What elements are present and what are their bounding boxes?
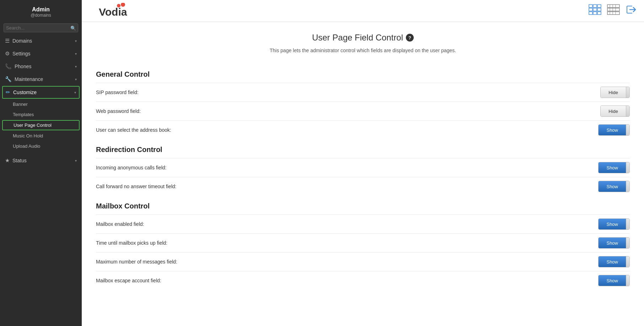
- field-label-address-book: User can select the address book:: [96, 127, 171, 133]
- hide-button-web-password[interactable]: Hide: [601, 106, 626, 116]
- field-label-max-messages: Maximum number of messages field:: [96, 259, 177, 265]
- chevron-down-icon: ▾: [74, 91, 76, 94]
- sidebar-item-user-page-control[interactable]: User Page Control: [2, 120, 80, 130]
- sidebar: Admin @domains 🔍 ☰ Domains ▾ ⚙ Settings …: [0, 0, 82, 326]
- svg-text:Vodia: Vodia: [99, 6, 127, 18]
- list-view-icon[interactable]: [607, 4, 620, 18]
- grid-view-icon[interactable]: [589, 4, 601, 18]
- field-row-mailbox-escape: Mailbox escape account field: Show: [96, 271, 630, 290]
- svg-rect-14: [607, 12, 619, 15]
- svg-rect-8: [597, 8, 601, 11]
- sidebar-item-music-on-hold[interactable]: Music On Hold: [0, 131, 82, 141]
- sidebar-item-templates[interactable]: Templates: [0, 109, 82, 120]
- field-row-sip-password: SIP password field: Hide: [96, 83, 630, 102]
- toggle-handle-mailbox-pickup[interactable]: [626, 238, 629, 248]
- field-label-mailbox-pickup: Time until mailbox picks up field:: [96, 240, 167, 246]
- svg-rect-5: [597, 5, 601, 7]
- logo-svg: Vodia: [89, 3, 132, 19]
- sidebar-item-banner[interactable]: Banner: [0, 99, 82, 109]
- svg-point-1: [117, 4, 120, 7]
- field-label-call-forward-timeout: Call forward no answer timeout field:: [96, 184, 176, 189]
- vodia-logo: Vodia: [89, 3, 132, 19]
- svg-rect-11: [597, 12, 601, 15]
- toggle-handle-mailbox-enabled[interactable]: [626, 219, 629, 229]
- toggle-handle-anonymous-calls[interactable]: [626, 162, 629, 173]
- toggle-handle-address-book[interactable]: [626, 125, 629, 135]
- field-row-mailbox-pickup: Time until mailbox picks up field: Show: [96, 233, 630, 252]
- field-row-call-forward-timeout: Call forward no answer timeout field: Sh…: [96, 177, 630, 196]
- page-description: This page lets the administrator control…: [96, 48, 630, 53]
- section-title-redirection: Redirection Control: [96, 139, 630, 158]
- chevron-down-icon: ▾: [75, 52, 77, 56]
- toggle-address-book: Show: [598, 124, 630, 136]
- username: Admin: [4, 6, 78, 13]
- show-button-mailbox-enabled[interactable]: Show: [599, 219, 626, 229]
- toggle-mailbox-pickup: Show: [598, 237, 630, 249]
- toggle-web-password: Hide: [600, 105, 630, 117]
- field-row-address-book: User can select the address book: Show: [96, 120, 630, 139]
- field-row-anonymous-calls: Incoming anonymous calls field: Show: [96, 158, 630, 177]
- field-row-web-password: Web password field: Hide: [96, 102, 630, 120]
- section-title-mailbox: Mailbox Control: [96, 196, 630, 214]
- show-button-mailbox-pickup[interactable]: Show: [599, 238, 626, 248]
- section-general: General Control SIP password field: Hide…: [96, 64, 630, 139]
- main-content: Vodia: [82, 0, 644, 326]
- section-redirection: Redirection Control Incoming anonymous c…: [96, 139, 630, 196]
- field-label-mailbox-escape: Mailbox escape account field:: [96, 278, 161, 283]
- show-button-call-forward-timeout[interactable]: Show: [599, 181, 626, 192]
- star-icon: ★: [5, 157, 10, 164]
- top-icons: [589, 4, 637, 18]
- page-title: User Page Field Control ?: [96, 33, 630, 43]
- sidebar-item-settings[interactable]: ⚙ Settings ▾: [0, 47, 82, 60]
- field-label-sip-password: SIP password field:: [96, 89, 139, 95]
- sidebar-item-status[interactable]: ★ Status ▾: [0, 154, 82, 167]
- content-area: User Page Field Control ? This page lets…: [82, 22, 644, 326]
- svg-rect-6: [589, 8, 592, 11]
- phone-icon: 📞: [5, 63, 12, 70]
- toggle-anonymous-calls: Show: [598, 162, 630, 173]
- help-icon[interactable]: ?: [406, 34, 414, 42]
- sidebar-item-domains[interactable]: ☰ Domains ▾: [0, 34, 82, 47]
- toggle-handle-call-forward-timeout[interactable]: [626, 181, 629, 192]
- chevron-down-icon: ▾: [75, 77, 77, 81]
- settings-icon: ⚙: [5, 50, 10, 57]
- toggle-max-messages: Show: [598, 256, 630, 267]
- chevron-down-icon: ▾: [75, 159, 77, 163]
- show-button-address-book[interactable]: Show: [599, 125, 626, 135]
- topbar: Vodia: [82, 0, 644, 22]
- svg-rect-3: [589, 5, 592, 7]
- svg-rect-13: [607, 8, 619, 11]
- search-box[interactable]: 🔍: [0, 21, 82, 34]
- svg-rect-10: [593, 12, 597, 15]
- show-button-anonymous-calls[interactable]: Show: [599, 162, 626, 173]
- svg-rect-12: [607, 5, 619, 7]
- logout-icon[interactable]: [626, 4, 637, 18]
- toggle-sip-password: Hide: [600, 87, 630, 98]
- sidebar-item-maintenance[interactable]: 🔧 Maintenance ▾: [0, 73, 82, 86]
- field-label-web-password: Web password field:: [96, 108, 141, 114]
- maintenance-icon: 🔧: [5, 76, 12, 82]
- sidebar-item-customize[interactable]: ✏ Customize ▾: [2, 86, 80, 99]
- section-mailbox: Mailbox Control Mailbox enabled field: S…: [96, 196, 630, 290]
- svg-rect-9: [589, 12, 592, 15]
- toggle-handle-sip-password[interactable]: [626, 87, 629, 98]
- search-icon: 🔍: [70, 25, 76, 31]
- domains-icon: ☰: [5, 38, 10, 44]
- sidebar-item-upload-audio[interactable]: Upload Audio: [0, 141, 82, 151]
- sidebar-item-phones[interactable]: 📞 Phones ▾: [0, 60, 82, 73]
- user-domain: @domains: [4, 13, 78, 18]
- hide-button-sip-password[interactable]: Hide: [601, 87, 626, 98]
- field-label-mailbox-enabled: Mailbox enabled field:: [96, 221, 144, 227]
- show-button-mailbox-escape[interactable]: Show: [599, 275, 626, 286]
- toggle-handle-mailbox-escape[interactable]: [626, 275, 629, 286]
- field-row-mailbox-enabled: Mailbox enabled field: Show: [96, 214, 630, 233]
- svg-rect-4: [593, 5, 597, 7]
- search-input[interactable]: [4, 23, 78, 32]
- field-label-anonymous-calls: Incoming anonymous calls field:: [96, 165, 166, 170]
- show-button-max-messages[interactable]: Show: [599, 256, 626, 267]
- user-info: Admin @domains: [0, 0, 82, 21]
- toggle-mailbox-enabled: Show: [598, 218, 630, 230]
- toggle-handle-max-messages[interactable]: [626, 256, 629, 267]
- toggle-handle-web-password[interactable]: [626, 106, 629, 116]
- chevron-down-icon: ▾: [75, 39, 77, 43]
